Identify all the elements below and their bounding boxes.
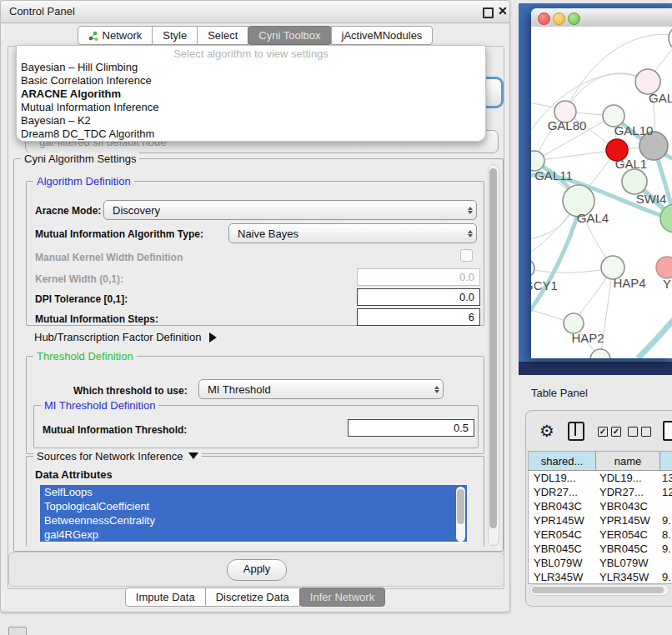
table-cell: 8. [657, 528, 672, 542]
gear-icon[interactable]: ⚙ [539, 421, 554, 441]
unchecked-box-icon[interactable] [641, 427, 651, 437]
node-table[interactable]: shared...nameA YDL19...YDL19...13YDR27..… [528, 451, 672, 584]
tab-network[interactable]: Network [78, 26, 153, 45]
network-node[interactable] [590, 349, 610, 358]
algorithm-option-aracne-algorithm[interactable]: ARACNE Algorithm [17, 88, 485, 101]
network-icon [88, 31, 98, 41]
sources-legend[interactable]: Sources for Network Inference [33, 450, 202, 462]
tab-label: Discretize Data [216, 591, 289, 603]
columns-icon[interactable] [568, 422, 584, 441]
application-root: Control Panel ✕ NetworkStyleSelectCyni T… [0, 0, 672, 635]
attribute-item-gal4rgexp[interactable]: gal4RGexp [40, 528, 467, 542]
tab-impute-data[interactable]: Impute Data [125, 588, 206, 607]
tab-jactivemnodules[interactable]: jActiveMNodules [331, 26, 434, 45]
close-icon[interactable]: ✕ [498, 4, 508, 18]
dpi-tolerance-field[interactable]: 0.0 [357, 288, 480, 306]
which-threshold-combo[interactable]: MI Threshold [198, 379, 444, 399]
settings-scrollbar-thumb[interactable] [489, 168, 497, 528]
table-cell: YPR145W [529, 513, 594, 528]
mi-steps-field[interactable]: 6 [357, 308, 480, 326]
network-node[interactable] [669, 27, 672, 51]
table-row[interactable]: YER054CYER054C8. [529, 528, 672, 542]
stepper-icon [464, 207, 476, 214]
table-row[interactable]: YDR27...YDR27...12 [529, 485, 672, 499]
attributes-scrollbar-thumb[interactable] [457, 489, 464, 524]
algorithm-option-bayesian-k2[interactable]: Bayesian – K2 [17, 114, 485, 128]
attribute-item-betweennesscentrality[interactable]: BetweennessCentrality [40, 513, 467, 528]
close-traffic-light-icon[interactable] [538, 12, 550, 25]
node-label-gal4: GAL4 [577, 211, 609, 225]
which-threshold-label: Which threshold to use: [73, 385, 188, 397]
checked-box-icon[interactable]: ✓ [598, 427, 608, 437]
algorithm-dropdown-placeholder: Select algorithm to view settings [17, 46, 485, 61]
cyni-algorithm-settings-group: Cyni Algorithm Settings Algorithm Defini… [13, 158, 504, 552]
data-attributes-list[interactable]: SelfLoopsTopologicalCoefficientBetweenne… [40, 485, 467, 543]
tab-style[interactable]: Style [152, 26, 198, 45]
stepper-icon [464, 230, 476, 238]
unchecked-box-icon[interactable] [628, 427, 638, 437]
control-panel-tabbar: NetworkStyleSelectCyni ToolboxjActiveMNo… [1, 26, 509, 45]
tab-select[interactable]: Select [197, 26, 248, 45]
table-cell: YPR145W [594, 513, 657, 528]
aracne-mode-combo[interactable]: Discovery [103, 200, 477, 220]
algorithm-option-mutual-information-inference[interactable]: Mutual Information Inference [17, 101, 485, 114]
table-cell: YDR27... [594, 485, 657, 499]
algorithm-option-dream8-dc-tdc-algorithm[interactable]: Dream8 DC_TDC Algorithm [17, 128, 485, 141]
table-row[interactable]: YBR043CYBR043C [529, 499, 672, 513]
apply-button[interactable]: Apply [227, 559, 287, 581]
table-cell: YLR345W [594, 570, 657, 584]
table-row[interactable]: YPR145WYPR145W9. [529, 513, 672, 528]
checked-box-icon[interactable]: ✓ [611, 427, 621, 437]
float-panel-icon[interactable] [483, 8, 494, 18]
node-label-gcy1: GCY1 [531, 278, 558, 292]
desktop-background-dark [519, 362, 672, 375]
column-header-a[interactable]: A [660, 452, 672, 471]
table-row[interactable]: YBR045CYBR045C9. [529, 542, 672, 556]
hub-definition-expander[interactable]: Hub/Transcription Factor Definition [34, 331, 217, 343]
node-label-gal: GAL [649, 91, 672, 105]
control-panel-title: Control Panel [9, 5, 75, 18]
minimize-traffic-light-icon[interactable] [553, 12, 565, 25]
collapse-down-icon [188, 452, 198, 459]
column-header-shared[interactable]: shared... [529, 452, 596, 471]
table-cell: YDL19... [529, 471, 594, 485]
table-horizontal-scrollbar[interactable] [529, 584, 669, 596]
table-cell: YBR043C [594, 499, 657, 513]
table-row[interactable]: YBL079WYBL079W [529, 556, 672, 570]
node-label-swi4: SWI4 [636, 192, 667, 206]
tab-label: Infer Network [310, 591, 374, 603]
minimized-panel-button[interactable] [8, 627, 27, 635]
kernel-width-field[interactable]: 0.0 [357, 268, 480, 286]
tab-label: Select [208, 29, 238, 42]
table-cell: 13 [657, 471, 672, 485]
table-row[interactable]: YDL19...YDL19...13 [529, 471, 672, 485]
mi-threshold-field[interactable]: 0.5 [348, 419, 474, 437]
algorithm-option-basic-correlation-inference[interactable]: Basic Correlation Inference [17, 74, 485, 88]
tab-label: Network [103, 29, 143, 42]
table-row[interactable]: YLR345WYLR345W9. [529, 570, 672, 584]
tab-infer-network[interactable]: Infer Network [299, 588, 385, 607]
file-icon[interactable] [663, 421, 672, 441]
which-threshold-value: MI Threshold [199, 383, 431, 396]
mi-threshold-label: Mutual Information Threshold: [43, 424, 187, 436]
hub-definition-label: Hub/Transcription Factor Definition [34, 331, 201, 343]
table-cell: YBR045C [529, 542, 594, 556]
attribute-item-selfloops[interactable]: SelfLoops [40, 485, 467, 499]
network-node-gcy1[interactable] [531, 259, 534, 278]
zoom-traffic-light-icon[interactable] [568, 12, 580, 25]
network-node-y[interactable] [656, 257, 672, 278]
algorithm-option-bayesian-hill-climbing[interactable]: Bayesian – Hill Climbing [17, 61, 485, 74]
dpi-tolerance-label: DPI Tolerance [0,1]: [35, 293, 128, 305]
tab-cyni-toolbox[interactable]: Cyni Toolbox [248, 26, 331, 45]
manual-kernel-checkbox[interactable] [460, 249, 473, 262]
column-header-name[interactable]: name [596, 452, 660, 471]
mi-algorithm-type-combo[interactable]: Naive Bayes [228, 223, 477, 243]
attribute-item-topologicalcoefficient[interactable]: TopologicalCoefficient [40, 499, 467, 513]
settings-scrollbar[interactable] [488, 164, 499, 546]
tab-discretize-data[interactable]: Discretize Data [205, 588, 300, 607]
table-scrollbar-thumb[interactable] [532, 587, 664, 593]
network-node-swi4[interactable] [622, 169, 647, 194]
node-label-hap2: HAP2 [571, 331, 604, 345]
network-canvas[interactable]: GALGAL80GAL10GAL1GAL11SWI4GAL4GCY1HAP4YH… [531, 27, 672, 358]
attributes-scrollbar[interactable] [456, 487, 465, 542]
